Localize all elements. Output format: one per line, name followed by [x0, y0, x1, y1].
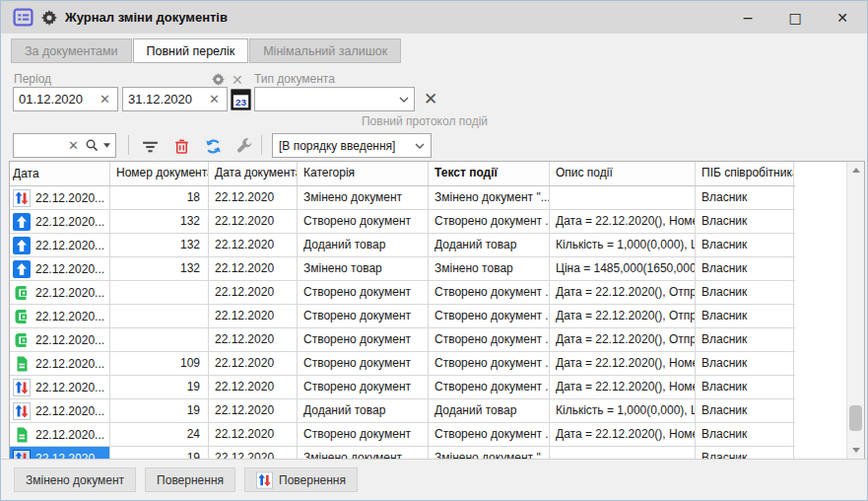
cell-number[interactable] [110, 328, 209, 351]
cell-description[interactable]: Дата = 22.12.2020(), Отпр... [550, 305, 696, 327]
header-doc-date[interactable]: Дата документа [209, 162, 298, 185]
period-clear-icon[interactable]: ✕ [232, 73, 243, 87]
cell-doc-date[interactable]: 22.12.2020 [209, 423, 298, 446]
cell-date[interactable]: 22.12.2020... [10, 399, 110, 422]
cell-description[interactable]: Дата = 22.12.2020(), Номе... [550, 352, 696, 375]
close-button[interactable]: ✕ [828, 6, 857, 30]
cell-event-text[interactable]: Створено документ ... [429, 328, 550, 351]
cell-date[interactable]: 22.12.2020... [10, 305, 110, 327]
cell-description[interactable]: Дата = 22.12.2020(), Номе... [550, 376, 696, 398]
gear-icon[interactable] [41, 10, 57, 26]
cell-description[interactable]: Кількість = 1,000(0,000), Ц... [550, 234, 696, 256]
cell-doc-date[interactable]: 22.12.2020 [209, 281, 298, 304]
cell-description[interactable] [550, 186, 696, 209]
cell-date[interactable]: 22.12.2020... [10, 352, 110, 375]
cell-category[interactable]: Доданий товар [298, 234, 429, 256]
sort-order-select[interactable]: [В порядку введення] [272, 133, 432, 158]
calendar-button[interactable]: 23 [231, 88, 251, 110]
vertical-scrollbar[interactable] [846, 162, 864, 459]
cell-number[interactable] [110, 305, 209, 327]
cell-category[interactable]: Створено документ [298, 423, 429, 446]
filter-button[interactable] [138, 134, 162, 158]
cell-event-text[interactable]: Створено документ ... [429, 423, 550, 446]
wrench-icon[interactable] [233, 134, 256, 158]
cell-number[interactable]: 24 [110, 423, 209, 446]
cell-number[interactable]: 19 [110, 399, 209, 422]
date-from-clear-icon[interactable]: ✕ [98, 93, 112, 106]
cell-doc-date[interactable]: 22.12.2020 [209, 328, 298, 351]
cell-doc-date[interactable]: 22.12.2020 [209, 305, 298, 327]
cell-employee[interactable]: Власник [696, 328, 794, 351]
scroll-thumb[interactable] [849, 405, 862, 431]
cell-doc-date[interactable]: 22.12.2020 [209, 352, 298, 375]
cell-employee[interactable]: Власник [696, 399, 794, 422]
status-panel-return-typed[interactable]: Повернення [244, 467, 358, 492]
search-options-chevron-icon[interactable] [103, 143, 110, 148]
cell-date[interactable]: 22.12.2020... [10, 257, 110, 280]
search-input[interactable]: ✕ [13, 133, 116, 158]
date-to-clear-icon[interactable]: ✕ [207, 93, 222, 106]
cell-event-text[interactable]: Доданий товар [429, 234, 550, 256]
cell-employee[interactable]: Власник [696, 376, 794, 398]
period-settings-gear-icon[interactable] [212, 73, 225, 86]
tab-minimal-stock[interactable]: Мінімальний залишок [249, 38, 401, 63]
doc-type-select[interactable] [254, 87, 415, 111]
cell-category[interactable]: Створено документ [298, 305, 429, 327]
cell-employee[interactable]: Власник [696, 305, 794, 327]
cell-description[interactable]: Дата = 22.12.2020(), Отпр... [550, 328, 696, 351]
cell-doc-date[interactable]: 22.12.2020 [209, 399, 298, 422]
cell-employee[interactable]: Власник [696, 281, 794, 304]
cell-number[interactable]: 19 [110, 376, 209, 398]
cell-number[interactable] [110, 281, 209, 304]
status-panel-category[interactable]: Змінено документ [14, 467, 136, 492]
cell-employee[interactable]: Власник [696, 186, 794, 209]
cell-description[interactable]: Дата = 22.12.2020(), Номе... [550, 423, 696, 446]
doc-type-clear-button[interactable]: ✕ [424, 91, 437, 107]
cell-date[interactable]: 22.12.2020... [10, 186, 110, 209]
header-category[interactable]: Категорія [298, 162, 429, 185]
cell-doc-date[interactable]: 22.12.2020 [209, 257, 298, 280]
scroll-down-button[interactable] [847, 442, 864, 459]
cell-event-text[interactable]: Створено документ ... [429, 281, 550, 304]
cell-event-text[interactable]: Змінено товар [429, 257, 550, 280]
cell-category[interactable]: Змінено товар [298, 257, 429, 280]
cell-description[interactable]: Ціна = 1485,000(1650,000) [550, 257, 696, 280]
cell-category[interactable]: Доданий товар [298, 399, 429, 422]
cell-category[interactable]: Створено документ [298, 281, 429, 304]
tab-by-documents[interactable]: За документами [11, 38, 132, 63]
cell-event-text[interactable]: Створено документ ... [429, 210, 550, 233]
cell-employee[interactable]: Власник [696, 257, 794, 280]
cell-description[interactable]: Кількість = 1,000(0,000), Ц... [550, 399, 696, 422]
delete-button[interactable] [169, 134, 193, 158]
cell-doc-date[interactable]: 22.12.2020 [209, 376, 298, 398]
tab-full-list[interactable]: Повний перелік [133, 38, 249, 63]
maximize-button[interactable]: □ [780, 6, 810, 30]
cell-description[interactable]: Дата = 22.12.2020(), Номе... [550, 210, 696, 233]
date-to-input[interactable]: 31.12.2020 ✕ [122, 87, 228, 111]
cell-category[interactable]: Створено документ [298, 210, 429, 233]
cell-date[interactable]: 22.12.2020... [10, 210, 110, 233]
cell-event-text[interactable]: Створено документ ... [429, 305, 550, 327]
header-employee[interactable]: ПІБ співробітника [696, 162, 794, 185]
cell-description[interactable]: Дата = 22.12.2020(), Отпр... [550, 281, 696, 304]
header-description[interactable]: Опис події [550, 162, 696, 185]
date-from-input[interactable]: 01.12.2020 ✕ [13, 87, 118, 111]
cell-doc-date[interactable]: 22.12.2020 [209, 186, 298, 209]
cell-date[interactable]: 22.12.2020... [10, 328, 110, 351]
cell-event-text[interactable]: Змінено документ "... [429, 186, 550, 209]
header-doc-number[interactable]: Номер документа [110, 162, 209, 185]
search-icon[interactable] [85, 138, 100, 153]
cell-category[interactable]: Створено документ [298, 352, 429, 375]
cell-date[interactable]: 22.12.2020... [10, 234, 110, 256]
cell-employee[interactable]: Власник [696, 352, 794, 375]
cell-date[interactable]: 22.12.2020... [10, 281, 110, 304]
scroll-up-button[interactable] [847, 162, 864, 179]
cell-doc-date[interactable]: 22.12.2020 [209, 234, 298, 256]
header-event-text[interactable]: Текст події [429, 162, 550, 185]
search-clear-icon[interactable]: ✕ [66, 139, 81, 152]
cell-employee[interactable]: Власник [696, 234, 794, 256]
cell-date[interactable]: 22.12.2020... [10, 423, 110, 446]
minimize-button[interactable]: − [733, 6, 763, 30]
cell-employee[interactable]: Власник [696, 210, 794, 233]
cell-category[interactable]: Створено документ [298, 328, 429, 351]
